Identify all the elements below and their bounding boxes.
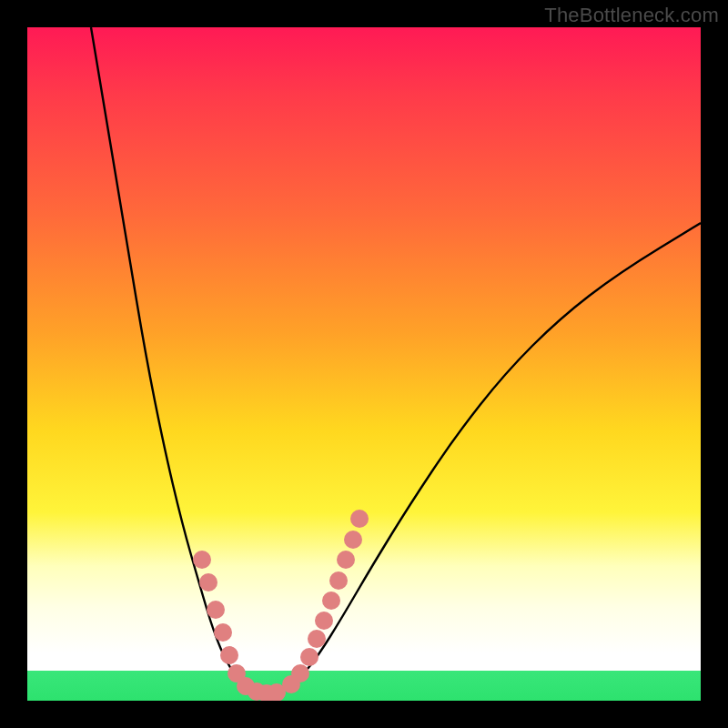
highlight-dot xyxy=(220,646,238,664)
chart-svg xyxy=(27,27,701,701)
highlight-dot xyxy=(207,601,225,619)
highlight-dot xyxy=(300,648,318,666)
highlight-dot xyxy=(329,571,348,590)
watermark-text: TheBottleneck.com xyxy=(544,4,719,27)
highlight-dots-right xyxy=(282,510,369,693)
highlight-dot xyxy=(350,510,369,528)
highlight-dot xyxy=(322,592,340,610)
highlight-dots-left xyxy=(193,551,286,701)
chart-canvas: TheBottleneck.com xyxy=(0,0,728,728)
highlight-dot xyxy=(193,551,211,569)
plot-area xyxy=(27,27,701,701)
highlight-dot xyxy=(315,612,333,630)
highlight-dot xyxy=(291,664,309,682)
highlight-dot xyxy=(344,531,362,549)
highlight-dot xyxy=(214,623,232,642)
curve-right-branch xyxy=(271,223,701,693)
highlight-dot xyxy=(337,551,355,569)
highlight-dot xyxy=(308,630,326,648)
curve-left-branch xyxy=(91,27,271,693)
highlight-dot xyxy=(199,573,217,592)
